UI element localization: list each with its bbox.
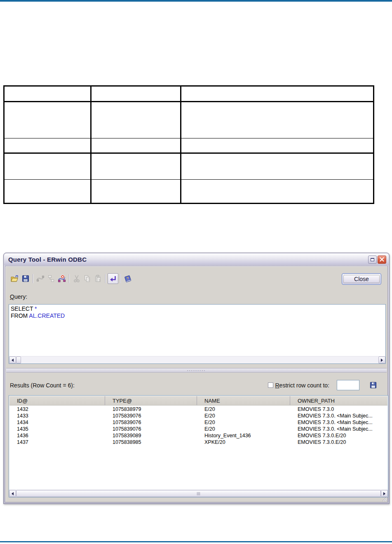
results-label: Results (Row Count = 6):: [10, 382, 75, 389]
copy-icon: [83, 274, 92, 283]
close-window-button[interactable]: [378, 256, 386, 264]
cut-button[interactable]: [71, 273, 82, 284]
resize-grip[interactable]: [381, 496, 387, 501]
link-tables-button[interactable]: [35, 273, 46, 284]
page-bottom-rule: [0, 541, 392, 542]
toolbar-separator: [69, 274, 70, 283]
cut-icon: [73, 274, 81, 283]
pane-splitter[interactable]: .........: [6, 368, 387, 373]
window-title: Query Tool - ERwin ODBC: [7, 256, 367, 263]
query-editor[interactable]: SELECT * FROM AL.CREATED: [9, 304, 386, 364]
result-row[interactable]: 14331075839076E/20EMOVIES 7.3.0. <Main S…: [9, 413, 387, 419]
table-cell: [181, 154, 373, 180]
results-header: ID@ TYPE@ NAME OWNER_PATH: [9, 396, 387, 406]
column-header[interactable]: OWNER_PATH: [290, 396, 387, 405]
open-button[interactable]: [9, 273, 20, 284]
table-cell: [92, 102, 181, 138]
query-label-mnemonic: Q: [10, 293, 14, 300]
maximize-button[interactable]: [368, 256, 377, 264]
toolbar-separator: [120, 274, 121, 283]
table-cell: [92, 154, 181, 180]
table-cell: [181, 180, 373, 203]
results-hscrollbar[interactable]: [9, 490, 388, 497]
window-titlebar[interactable]: Query Tool - ERwin ODBC: [4, 253, 389, 265]
copy-button[interactable]: [82, 273, 93, 284]
scroll-thumb[interactable]: [16, 356, 21, 363]
query-line: SELECT *: [11, 305, 384, 312]
query-tool-window: Query Tool - ERwin ODBC: [3, 253, 390, 504]
close-button-label: Close: [343, 275, 380, 283]
restrict-row-count-input[interactable]: [337, 380, 359, 390]
query-label-rest: uery:: [14, 293, 27, 300]
open-icon: [10, 274, 19, 283]
execute-query-button[interactable]: [108, 273, 118, 284]
maximize-icon: [371, 258, 374, 261]
restrict-row-count-checkbox[interactable]: [268, 382, 273, 388]
scroll-right-button[interactable]: [378, 356, 385, 363]
toolbar-separator: [105, 274, 106, 283]
result-row[interactable]: 14341075839076E/20EMOVIES 7.3.0. <Main S…: [9, 419, 387, 426]
window-content: ? Close Query: SELECT * FROM AL.CREATED: [5, 266, 388, 502]
scroll-left-icon: [12, 492, 14, 495]
result-row[interactable]: 14321075838979E/20EMOVIES 7.3.0: [9, 406, 387, 413]
save-results-icon[interactable]: [369, 381, 377, 389]
scroll-left-icon: [12, 359, 14, 362]
splitter-grip: .........: [187, 368, 206, 370]
document-page: Query Tool - ERwin ODBC: [0, 0, 392, 544]
table-cell: [181, 102, 373, 138]
paste-icon: [94, 274, 102, 283]
result-row[interactable]: 14371075838985XPKE/20EMOVIES 7.3.0.E/20: [9, 439, 387, 446]
page-top-rule: [0, 0, 392, 2]
entities-button[interactable]: [46, 273, 56, 284]
table-cell: [5, 180, 92, 203]
table-cell: [92, 87, 181, 102]
results-list[interactable]: ID@ TYPE@ NAME OWNER_PATH 14321075838979…: [9, 395, 388, 497]
results-rows: 14321075838979E/20EMOVIES 7.3.0 14331075…: [9, 406, 387, 489]
save-button[interactable]: [20, 273, 31, 284]
paste-button[interactable]: [93, 273, 103, 284]
help-icon: ?: [123, 274, 132, 283]
query-label: Query:: [10, 293, 27, 300]
execute-icon: [109, 274, 117, 283]
disconnect-button[interactable]: [56, 273, 67, 284]
scroll-thumb[interactable]: [16, 490, 381, 497]
table-cell: [92, 180, 181, 203]
query-hscrollbar[interactable]: [9, 356, 385, 363]
table-cell: [5, 87, 92, 102]
restrict-row-count-label: Restrict row count to:: [275, 382, 329, 389]
scroll-track[interactable]: [21, 356, 378, 363]
result-row[interactable]: 14361075839089History_Event_1436EMOVIES …: [9, 432, 387, 439]
close-button[interactable]: Close: [342, 273, 381, 285]
table-cell: [5, 102, 92, 138]
table-cell: [181, 87, 373, 102]
scroll-right-icon: [383, 492, 385, 495]
scroll-right-icon: [381, 359, 383, 362]
disconnect-icon: [58, 274, 66, 283]
link-icon: [36, 274, 45, 283]
table-cell: [5, 154, 92, 180]
toolbar-separator: [33, 274, 33, 283]
table-cell: [181, 138, 373, 154]
close-icon: [380, 257, 384, 262]
document-table: [3, 85, 374, 204]
entities-icon: [47, 274, 55, 283]
restrict-row-count-group: Restrict row count to:: [268, 380, 377, 390]
scroll-left-button[interactable]: [9, 490, 16, 497]
column-header[interactable]: ID@: [9, 396, 105, 405]
help-button[interactable]: ?: [122, 273, 133, 284]
thumb-grip: [197, 492, 200, 495]
result-row[interactable]: 14351075839076E/20EMOVIES 7.3.0. <Main S…: [9, 426, 387, 432]
toolbar: ?: [9, 273, 133, 284]
save-icon: [21, 274, 30, 283]
table-cell: [5, 138, 92, 154]
column-header[interactable]: NAME: [197, 396, 290, 405]
scroll-left-button[interactable]: [9, 356, 16, 363]
query-text: SELECT * FROM AL.CREATED: [11, 305, 384, 355]
column-header[interactable]: TYPE@: [105, 396, 197, 405]
table-cell: [92, 138, 181, 154]
query-line: FROM AL.CREATED: [11, 312, 384, 319]
